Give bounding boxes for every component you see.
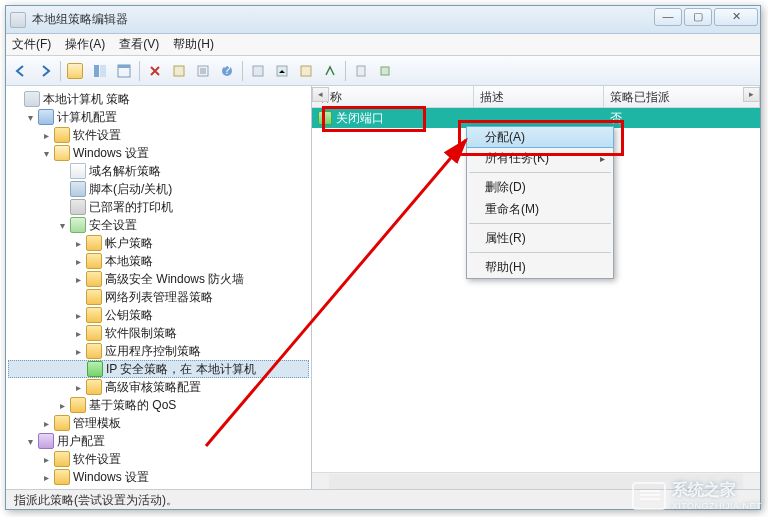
tree-item[interactable]: 脚本(启动/关机) xyxy=(8,180,309,198)
action3-icon[interactable] xyxy=(295,60,317,82)
tree-item[interactable]: 域名解析策略 xyxy=(8,162,309,180)
svg-rect-8 xyxy=(253,66,263,76)
menu-view[interactable]: 查看(V) xyxy=(119,36,159,53)
menu-item-assign[interactable]: 分配(A) xyxy=(466,126,614,148)
tree-item[interactable]: ▸管理模板 xyxy=(8,414,309,432)
expander-icon[interactable] xyxy=(56,165,68,177)
expander-icon[interactable]: ▸ xyxy=(40,129,52,141)
tree-item-label: 高级安全 Windows 防火墙 xyxy=(105,271,244,288)
expander-icon[interactable]: ▸ xyxy=(72,273,84,285)
expander-icon[interactable]: ▸ xyxy=(56,399,68,411)
expander-icon[interactable]: ▸ xyxy=(72,381,84,393)
expander-icon[interactable]: ▾ xyxy=(56,219,68,231)
folder-icon xyxy=(86,343,102,359)
table-row[interactable]: 关闭端口否 xyxy=(312,108,760,128)
tree-item[interactable]: ▸帐户策略 xyxy=(8,234,309,252)
expander-icon[interactable]: ▸ xyxy=(72,255,84,267)
expander-icon[interactable] xyxy=(72,291,84,303)
menu-file[interactable]: 文件(F) xyxy=(12,36,51,53)
expander-icon[interactable]: ▸ xyxy=(40,417,52,429)
menu-item-all-tasks[interactable]: 所有任务(K)▸ xyxy=(467,147,613,169)
expander-icon[interactable]: ▸ xyxy=(72,309,84,321)
tree-item-label: 用户配置 xyxy=(57,433,105,450)
toolbar-separator xyxy=(345,61,346,81)
tree-item-label: 公钥策略 xyxy=(105,307,153,324)
tree-item[interactable]: ▸软件设置 xyxy=(8,450,309,468)
tree-item[interactable]: 本地计算机 策略 xyxy=(8,90,309,108)
tree-item-label: Windows 设置 xyxy=(73,145,149,162)
up-icon[interactable] xyxy=(65,60,87,82)
tree-item-label: 基于策略的 QoS xyxy=(89,397,176,414)
properties-pane-icon[interactable] xyxy=(113,60,135,82)
tree-item[interactable]: ▸应用程序控制策略 xyxy=(8,342,309,360)
tree-pane[interactable]: 本地计算机 策略▾计算机配置▸软件设置▾Windows 设置域名解析策略脚本(启… xyxy=(6,86,312,489)
scroll-left-icon[interactable]: ◂ xyxy=(312,87,329,102)
tree-item[interactable]: ▾用户配置 xyxy=(8,432,309,450)
tree-item[interactable]: ▸基于策略的 QoS xyxy=(8,396,309,414)
column-name[interactable]: 名称 xyxy=(312,86,474,107)
tree-item[interactable]: ▾Windows 设置 xyxy=(8,144,309,162)
tree-item[interactable]: ▾安全设置 xyxy=(8,216,309,234)
watermark-logo-icon xyxy=(632,482,666,510)
tree-item-label: 安全设置 xyxy=(89,217,137,234)
action5-icon[interactable] xyxy=(350,60,372,82)
expander-icon[interactable] xyxy=(10,93,22,105)
tree-item[interactable]: ▸公钥策略 xyxy=(8,306,309,324)
tree-item[interactable]: ▸Windows 设置 xyxy=(8,468,309,486)
folder-open-icon xyxy=(54,145,70,161)
expander-icon[interactable]: ▾ xyxy=(40,147,52,159)
expander-icon[interactable]: ▾ xyxy=(24,111,36,123)
expander-icon[interactable]: ▸ xyxy=(72,327,84,339)
tree-item[interactable]: ▾计算机配置 xyxy=(8,108,309,126)
menu-item-delete[interactable]: 删除(D) xyxy=(467,176,613,198)
show-tree-icon[interactable] xyxy=(89,60,111,82)
close-button[interactable]: ✕ xyxy=(714,8,758,26)
delete-icon[interactable] xyxy=(144,60,166,82)
tree-item-label: 软件限制策略 xyxy=(105,325,177,342)
svg-rect-4 xyxy=(174,66,184,76)
tree-item[interactable]: ▸高级安全 Windows 防火墙 xyxy=(8,270,309,288)
tree-item[interactable]: ▸软件限制策略 xyxy=(8,324,309,342)
tree-item[interactable]: ▸软件设置 xyxy=(8,126,309,144)
action4-icon[interactable] xyxy=(319,60,341,82)
maximize-button[interactable]: ▢ xyxy=(684,8,712,26)
action1-icon[interactable] xyxy=(247,60,269,82)
expander-icon[interactable] xyxy=(73,363,85,375)
list-header: 名称 描述 策略已指派 xyxy=(312,86,760,108)
tree-item-label: 应用程序控制策略 xyxy=(105,343,201,360)
expander-icon[interactable]: ▸ xyxy=(40,471,52,483)
expander-icon[interactable]: ▸ xyxy=(72,345,84,357)
menu-action[interactable]: 操作(A) xyxy=(65,36,105,53)
expander-icon[interactable]: ▸ xyxy=(40,453,52,465)
scroll-right-icon[interactable]: ▸ xyxy=(743,87,760,102)
export-icon[interactable]: ? xyxy=(216,60,238,82)
column-desc[interactable]: 描述 xyxy=(474,86,604,107)
tree-item[interactable]: 已部署的打印机 xyxy=(8,198,309,216)
menu-item-properties[interactable]: 属性(R) xyxy=(467,227,613,249)
expander-icon[interactable]: ▾ xyxy=(24,435,36,447)
menu-item-rename[interactable]: 重命名(M) xyxy=(467,198,613,220)
refresh-icon[interactable] xyxy=(192,60,214,82)
tree-item[interactable]: ▸高级审核策略配置 xyxy=(8,378,309,396)
menu-item-help[interactable]: 帮助(H) xyxy=(467,256,613,278)
forward-icon[interactable] xyxy=(34,60,56,82)
action6-icon[interactable] xyxy=(374,60,396,82)
minimize-button[interactable]: — xyxy=(654,8,682,26)
expander-icon[interactable] xyxy=(56,201,68,213)
cell-policy: 否 xyxy=(604,110,760,127)
expander-icon[interactable]: ▸ xyxy=(72,237,84,249)
back-icon[interactable] xyxy=(10,60,32,82)
shield-icon xyxy=(70,217,86,233)
expander-icon[interactable] xyxy=(56,183,68,195)
properties-icon[interactable] xyxy=(168,60,190,82)
watermark: 系统之家 XITONGZHIJIA.NET xyxy=(632,480,762,511)
toolbar-separator xyxy=(139,61,140,81)
menu-help[interactable]: 帮助(H) xyxy=(173,36,214,53)
menu-item-label: 属性(R) xyxy=(485,230,526,247)
tree-item[interactable]: 网络列表管理器策略 xyxy=(8,288,309,306)
tree-item[interactable]: ▸本地策略 xyxy=(8,252,309,270)
action2-icon[interactable] xyxy=(271,60,293,82)
tree-item[interactable]: IP 安全策略，在 本地计算机 xyxy=(8,360,309,378)
folder-icon xyxy=(54,127,70,143)
column-policy[interactable]: 策略已指派 xyxy=(604,86,760,107)
